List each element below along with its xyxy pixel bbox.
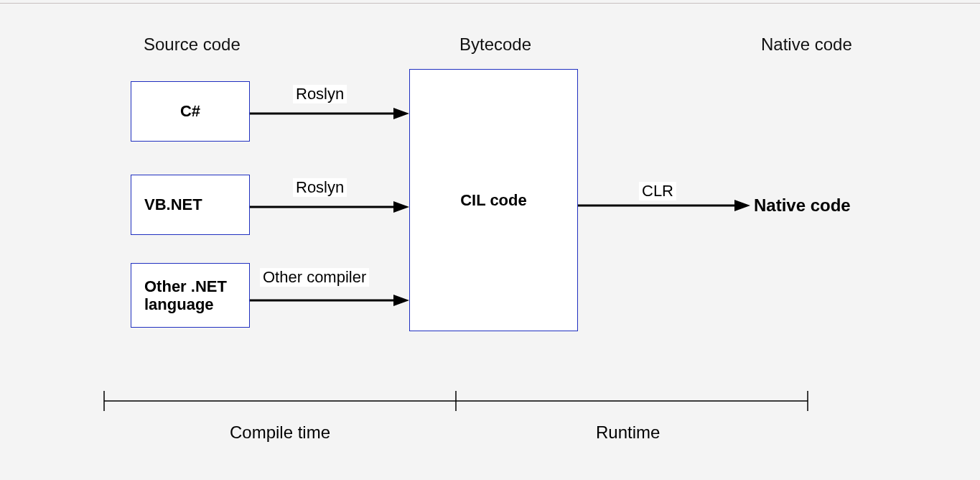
label-roslyn-1: Roslyn — [293, 85, 347, 103]
svg-marker-1 — [393, 108, 409, 119]
timeline-axis — [104, 387, 808, 415]
svg-marker-3 — [393, 201, 409, 213]
box-cil: CIL code — [409, 69, 578, 331]
arrow-vbnet-to-cil — [250, 200, 409, 214]
label-runtime: Runtime — [596, 423, 660, 443]
box-csharp: C# — [131, 81, 250, 142]
label-compile-time: Compile time — [230, 423, 330, 443]
arrow-other-to-cil — [250, 293, 409, 308]
label-roslyn-2: Roslyn — [293, 178, 347, 197]
svg-marker-7 — [734, 200, 750, 211]
header-source: Source code — [144, 34, 241, 55]
text-native-code: Native code — [754, 195, 851, 216]
box-other-lang: Other .NET language — [131, 263, 250, 328]
header-bytecode: Bytecode — [459, 34, 531, 55]
diagram-stage: Source code Bytecode Native code C# VB.N… — [0, 6, 980, 480]
box-vbnet: VB.NET — [131, 175, 250, 235]
arrow-cil-to-native — [578, 198, 750, 213]
header-native: Native code — [761, 34, 852, 55]
label-other-compiler: Other compiler — [260, 268, 369, 287]
arrow-csharp-to-cil — [250, 106, 409, 121]
svg-marker-5 — [393, 295, 409, 306]
